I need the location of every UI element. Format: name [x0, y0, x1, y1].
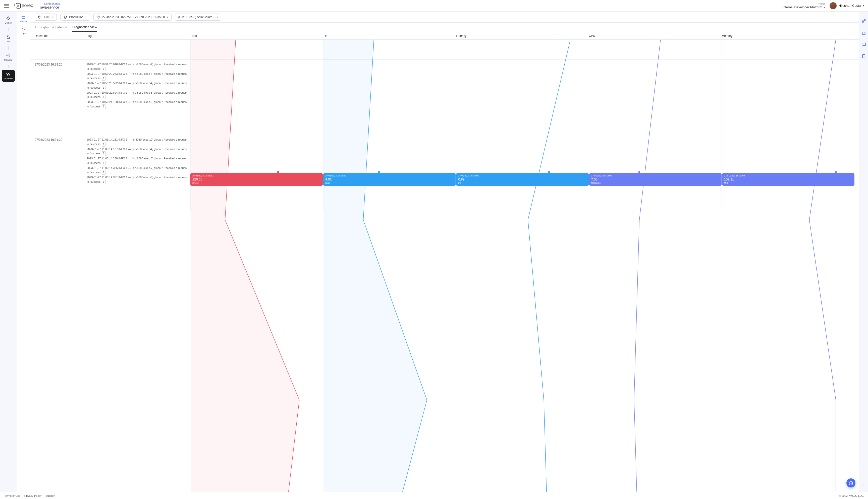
- tab-throughput-latency[interactable]: Throughput & Latency: [35, 23, 67, 32]
- log-line[interactable]: 2023-01-27 10:59:21.150 INFO 1 --- [nio-…: [87, 100, 188, 109]
- footer-copyright: © 2023, WSO2 LLC.: [839, 494, 864, 497]
- footer-support[interactable]: Support: [46, 494, 55, 497]
- chat-icon[interactable]: [861, 42, 866, 47]
- tabs: Throughput & Latency Diagnostics View: [30, 23, 859, 32]
- svg-point-0: [7, 17, 10, 20]
- log-cell: 2023-01-27 10:59:20.018 INFO 1 --- [nio-…: [87, 62, 190, 132]
- header-logs: Logs: [87, 34, 190, 38]
- footer-terms[interactable]: Terms of Use: [4, 494, 20, 497]
- toolbar: 1.0.0▾ Production▾ 27 Jan 2023, 16:27:20…: [30, 12, 859, 23]
- svg-rect-4: [22, 16, 25, 18]
- nav-observe[interactable]: Observe: [2, 70, 15, 82]
- clipboard-icon[interactable]: [861, 54, 866, 59]
- chart-tooltip: 27/01/2023 16:32:00220.00Errors: [190, 173, 323, 186]
- column-headers: Date/Time Logs Error TP Latency CPU Memo…: [30, 32, 859, 40]
- timezone-selector[interactable]: (GMT+05:30) Asia/Colom...▾: [175, 14, 221, 21]
- tab-diagnostics-view[interactable]: Diagnostics View: [72, 23, 97, 32]
- table-row: 27/01/2023 16:31:202023-01-27 11:03:14.1…: [30, 135, 859, 210]
- chart-marker-dot: [277, 171, 279, 173]
- page-title: java-service: [40, 5, 60, 9]
- chevron-down-icon: ▾: [824, 6, 825, 9]
- log-line[interactable]: 2023-01-27 11:03:14.325 INFO 1 --- [nio-…: [87, 166, 188, 175]
- count-badge: 1: [102, 86, 106, 90]
- version-selector[interactable]: 1.0.0▾: [35, 14, 57, 21]
- count-badge: 1: [102, 95, 106, 99]
- chart-marker-dot: [378, 171, 380, 173]
- log-line[interactable]: 2023-01-27 11:03:14.187 INFO 1 --- [nio-…: [87, 147, 188, 156]
- chart-tooltip: 27/01/2023 16:32:00109.21MiB: [722, 173, 854, 186]
- header-latency: Latency: [456, 34, 589, 38]
- clock-icon: [97, 15, 100, 19]
- help-fab[interactable]: [846, 478, 855, 487]
- header-memory: Memory: [722, 34, 854, 38]
- log-cell: 2023-01-27 11:03:14.161 INFO 1 --- [io-8…: [87, 137, 190, 208]
- users-icon[interactable]: [861, 19, 866, 24]
- footer: Terms of Use Privacy Policy Support © 20…: [0, 492, 868, 499]
- datetime-cell: 27/01/2023 16:31:20: [35, 137, 87, 208]
- timerange-selector[interactable]: 27 Jan 2023, 16:27:20 - 27 Jan 2023, 16:…: [94, 14, 171, 21]
- nav-test[interactable]: Test: [2, 33, 15, 45]
- headset-icon: [848, 480, 854, 485]
- log-line[interactable]: 2023-01-27 11:03:14.161 INFO 1 --- [io-8…: [87, 137, 188, 147]
- layers-icon: [63, 15, 67, 19]
- chart-marker-dot: [638, 171, 640, 173]
- subnav-logs[interactable]: Logs: [16, 25, 30, 37]
- svg-point-3: [9, 73, 10, 75]
- nav-manage[interactable]: Manage: [2, 51, 15, 63]
- chart-marker-dot: [548, 171, 550, 173]
- subnav-overview[interactable]: Overview: [16, 14, 30, 25]
- svg-point-6: [862, 20, 864, 22]
- count-badge: 1: [102, 67, 106, 71]
- log-line[interactable]: 2023-01-27 11:03:14.258 INFO 1 --- [nio-…: [87, 156, 188, 166]
- log-line[interactable]: 2023-01-27 11:03:14.351 INFO 1 --- [nio-…: [87, 175, 188, 184]
- datetime-cell: 27/01/2023 16:29:20: [35, 62, 87, 132]
- svg-point-2: [7, 73, 8, 75]
- logo[interactable]: tchoreo: [14, 3, 33, 9]
- chart-tooltip: 27/01/2023 16:32:007.05Millicores: [589, 173, 722, 186]
- header-cpu: CPU: [589, 34, 722, 38]
- svg-point-1: [8, 55, 9, 56]
- count-badge: 1: [102, 142, 106, 147]
- count-badge: 1: [102, 105, 106, 109]
- profile-switcher[interactable]: Profile Internal Developer Platform ▾: [783, 2, 825, 9]
- avatar: [830, 2, 836, 9]
- header-tp: TP: [323, 34, 456, 38]
- chart-tooltip: 27/01/2023 16:32:000.89ms: [456, 173, 589, 186]
- log-line[interactable]: 2023-01-27 10:59:20.018 INFO 1 --- [nio-…: [87, 62, 188, 71]
- tooltip-row: 27/01/2023 16:32:00220.00Errors27/01/202…: [190, 173, 854, 186]
- log-line[interactable]: 2023-01-27 10:59:20.894 INFO 1 --- [nio-…: [87, 90, 188, 100]
- left-nav: Deploy Test Manage Observe: [0, 12, 16, 492]
- user-menu[interactable]: Nilushan Costa ▾: [830, 2, 864, 9]
- history-icon: [38, 15, 41, 19]
- cloud-icon[interactable]: [861, 31, 866, 36]
- count-badge: 1: [102, 180, 106, 184]
- log-line[interactable]: 2023-01-27 10:59:20.582 INFO 1 --- [nio-…: [87, 81, 188, 90]
- count-badge: 1: [102, 170, 106, 175]
- env-selector[interactable]: Production▾: [60, 14, 90, 21]
- footer-privacy[interactable]: Privacy Policy: [24, 494, 41, 497]
- menu-icon[interactable]: [4, 4, 9, 8]
- header-datetime: Date/Time: [35, 34, 87, 38]
- table-row: 27/01/2023 16:29:202023-01-27 10:59:20.0…: [30, 60, 859, 135]
- count-badge: 1: [102, 151, 106, 156]
- right-panel: [859, 12, 868, 492]
- breadcrumb-link[interactable]: ← Components: [40, 2, 60, 5]
- count-badge: 1: [102, 161, 106, 166]
- top-bar: tchoreo ← Components java-service Profil…: [0, 0, 868, 12]
- log-line[interactable]: 2023-01-27 10:59:20.273 INFO 1 --- [nio-…: [87, 72, 188, 81]
- nav-deploy[interactable]: Deploy: [2, 14, 15, 26]
- chevron-down-icon: ▾: [863, 4, 864, 7]
- chart-marker-dot: [835, 171, 836, 173]
- diagnostics-body[interactable]: 27/01/2023 16:29:202023-01-27 10:59:20.0…: [30, 40, 859, 492]
- sub-nav: Overview Logs: [16, 12, 30, 492]
- expand-right-icon[interactable]: ›: [863, 483, 865, 486]
- chart-tooltip: 27/01/2023 16:32:004.02req/s: [323, 173, 456, 186]
- header-error: Error: [190, 34, 323, 38]
- count-badge: 1: [102, 76, 106, 81]
